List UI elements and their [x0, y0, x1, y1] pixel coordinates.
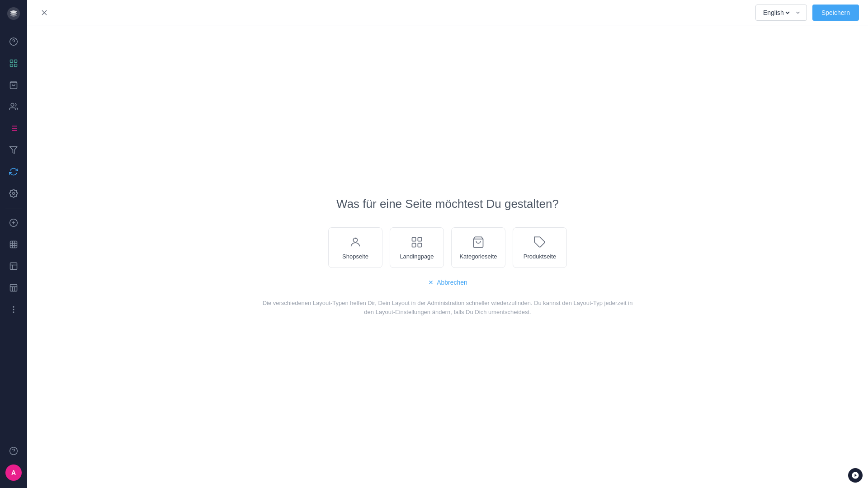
svg-rect-31	[412, 237, 416, 241]
svg-rect-4	[14, 60, 17, 63]
sidebar-item-customers[interactable]	[4, 97, 24, 117]
option-shopseite[interactable]: Shopseite	[328, 227, 382, 268]
cancel-label: Abbrechen	[437, 279, 467, 286]
svg-point-25	[10, 447, 18, 455]
watermark	[848, 468, 863, 483]
sidebar-logo[interactable]	[0, 0, 27, 27]
option-produktseite[interactable]: Produktseite	[513, 227, 567, 268]
page-question: Was für eine Seite möchtest Du gestalten…	[336, 197, 559, 211]
page-options: Shopseite Landingpage Kategorieseite	[328, 227, 567, 268]
sidebar-item-shop[interactable]	[4, 75, 24, 95]
sidebar-help-icon[interactable]	[4, 441, 24, 461]
svg-rect-32	[418, 237, 421, 241]
save-button[interactable]: Speichern	[812, 5, 859, 21]
sidebar-item-more[interactable]	[4, 300, 24, 319]
svg-rect-33	[412, 243, 416, 247]
sidebar-item-chart2[interactable]	[4, 256, 24, 276]
sidebar-item-sync[interactable]	[4, 162, 24, 182]
svg-point-24	[13, 312, 14, 313]
sidebar-item-help[interactable]	[4, 32, 24, 52]
sidebar-item-chart3[interactable]	[4, 278, 24, 298]
sidebar-item-orders[interactable]	[4, 118, 24, 138]
svg-point-1	[10, 38, 18, 46]
info-text: Die verschiedenen Layout-Typen helfen Di…	[262, 299, 633, 316]
option-kategorieseite-label: Kategorieseite	[459, 253, 497, 260]
main-area: English Speichern Was für eine Seite möc…	[27, 0, 868, 488]
svg-point-8	[11, 103, 14, 107]
sidebar-nav	[4, 27, 24, 441]
topbar: English Speichern	[27, 0, 868, 25]
sidebar-item-chart1[interactable]	[4, 235, 24, 254]
svg-point-15	[13, 192, 15, 195]
content-area: Was für eine Seite möchtest Du gestalten…	[27, 25, 868, 488]
svg-rect-20	[10, 263, 17, 270]
sidebar-divider	[5, 208, 22, 208]
close-button[interactable]	[36, 5, 52, 21]
svg-point-23	[13, 309, 14, 310]
svg-rect-3	[10, 60, 13, 63]
svg-rect-6	[14, 64, 17, 67]
language-selector[interactable]: English	[755, 5, 807, 21]
option-produktseite-label: Produktseite	[524, 253, 556, 260]
option-shopseite-label: Shopseite	[342, 253, 368, 260]
cancel-link[interactable]: Abbrechen	[428, 279, 467, 286]
svg-point-22	[13, 306, 14, 307]
sidebar-item-add[interactable]	[4, 213, 24, 233]
option-landingpage-label: Landingpage	[400, 253, 434, 260]
language-dropdown[interactable]: English	[761, 9, 791, 17]
sidebar-item-marketing[interactable]	[4, 140, 24, 160]
sidebar: A	[0, 0, 27, 488]
sidebar-item-settings[interactable]	[4, 183, 24, 203]
svg-rect-21	[10, 285, 17, 291]
sidebar-item-pages[interactable]	[4, 53, 24, 73]
svg-rect-34	[418, 243, 421, 247]
option-kategorieseite[interactable]: Kategorieseite	[451, 227, 505, 268]
svg-rect-5	[10, 64, 13, 67]
option-landingpage[interactable]: Landingpage	[390, 227, 444, 268]
svg-rect-19	[10, 241, 17, 248]
avatar[interactable]: A	[5, 465, 22, 481]
sidebar-bottom: A	[4, 441, 24, 488]
